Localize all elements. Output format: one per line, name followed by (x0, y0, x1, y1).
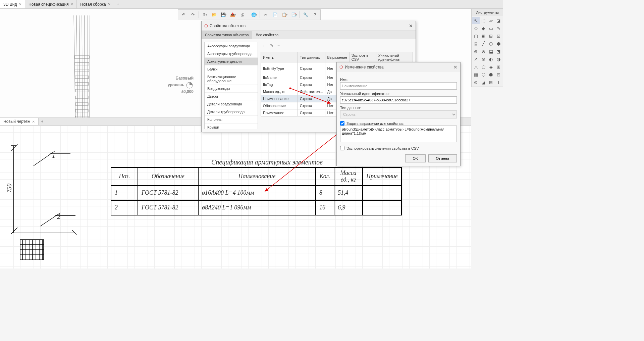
settings-button[interactable]: 🔧 (301, 11, 310, 19)
tool-10[interactable]: ▣ (480, 32, 487, 40)
cat-item[interactable]: Воздуховоды (205, 85, 258, 93)
close-icon[interactable]: × (19, 2, 21, 7)
line-tool[interactable]: ╱ (480, 40, 487, 47)
tool-25[interactable]: △ (472, 63, 480, 70)
tab-new-drawing[interactable]: Новый чертёж × (0, 118, 39, 125)
tab-new-spec[interactable]: Новая спецификация × (25, 0, 77, 8)
new-button[interactable]: 🗎▾ (200, 11, 209, 19)
col-type[interactable]: Тип данных (298, 52, 325, 63)
csv-checkbox[interactable] (340, 146, 344, 150)
add-tab-button[interactable]: + (114, 1, 122, 8)
tool-20[interactable]: ⬔ (495, 48, 502, 55)
ok-button[interactable]: ОК (405, 154, 426, 162)
cut-button[interactable]: ✂ (261, 11, 270, 19)
share-button[interactable]: 🌐▾ (250, 11, 258, 19)
col-expr[interactable]: Выражение (325, 52, 349, 63)
tool-22[interactable]: ⊙ (480, 55, 487, 63)
cell: 6,9 (334, 200, 363, 215)
text-tool[interactable]: T (495, 79, 502, 86)
expr-checkbox[interactable] (340, 121, 344, 126)
tool-11[interactable]: ⊞ (487, 32, 495, 40)
tool-15[interactable]: ⬡ (487, 40, 495, 47)
col-uid[interactable]: Уникальный идентификат (376, 52, 413, 63)
undo-button[interactable]: ↶ (179, 11, 188, 19)
cat-item[interactable]: Балки (205, 65, 258, 73)
box-tool[interactable]: ▱ (487, 17, 495, 24)
tool-21[interactable]: ↗ (472, 55, 480, 63)
close-icon[interactable]: × (108, 2, 111, 7)
tab-all-props[interactable]: Все свойства (252, 31, 282, 39)
export-button[interactable]: 📤▾ (228, 11, 237, 19)
dialog-edit-property: ⬡ Изменение свойства ✕ Имя: Уникальный и… (336, 62, 461, 166)
paste-button[interactable]: 📋▾ (280, 11, 289, 19)
cat-item[interactable]: Аксессуары воздуховода (205, 42, 258, 50)
copy-button[interactable]: 📄 (271, 11, 279, 19)
col-qty: Кол. (316, 167, 334, 186)
tab-3d-view[interactable]: 3D Вид × (0, 0, 25, 8)
col-name[interactable]: Имя ▲ (261, 52, 298, 63)
tool-7[interactable]: ▭ (487, 25, 495, 32)
pointer-tool[interactable]: ↖ (472, 17, 480, 24)
cat-item[interactable]: Аксессуары трубопровода (205, 50, 258, 58)
add-prop-button[interactable]: ＋ (262, 43, 266, 49)
close-icon[interactable]: ✕ (453, 64, 458, 70)
cat-item[interactable]: Крыши (205, 124, 258, 129)
cat-item[interactable]: Детали воздуховода (205, 100, 258, 108)
tool-29[interactable]: ▦ (472, 71, 480, 78)
close-icon[interactable]: × (32, 119, 35, 124)
cat-item[interactable]: Двери (205, 93, 258, 100)
print-button[interactable]: 🖨 (238, 11, 247, 19)
tab-type-props[interactable]: Свойства типов объектов (202, 31, 252, 39)
edit-prop-button[interactable]: ✎ (270, 43, 273, 49)
redo-button[interactable]: ↷ (189, 11, 197, 19)
cat-item[interactable]: Арматурные детали (205, 58, 258, 65)
tool-16[interactable]: ⬢ (495, 40, 502, 47)
help-button[interactable]: ? (311, 11, 319, 19)
save-button[interactable]: 💾▾ (219, 11, 228, 19)
col-csv[interactable]: Экспорт в CSV (349, 52, 376, 63)
cat-item[interactable]: Вентиляционное оборудование (205, 73, 258, 85)
add-tab-button[interactable]: + (39, 118, 46, 125)
tool-5[interactable]: ◇ (472, 25, 480, 32)
tool-8[interactable]: ✎ (495, 25, 502, 32)
close-icon[interactable]: × (71, 2, 73, 7)
tool-13[interactable]: ⌸ (472, 40, 480, 47)
tool-19[interactable]: ⬓ (487, 48, 495, 55)
level-value: ±0,000 (181, 89, 194, 94)
tool-32[interactable]: ⊡ (495, 71, 502, 78)
remove-prop-button[interactable]: − (277, 43, 280, 49)
cat-item[interactable]: Колонны (205, 116, 258, 124)
dialog-titlebar[interactable]: ⬡ Свойства объектов ✕ (202, 21, 416, 31)
select-tool[interactable]: ⬚ (480, 17, 487, 24)
tool-35[interactable]: ⊞ (487, 79, 495, 86)
tool-12[interactable]: ⊡ (495, 32, 502, 40)
category-list[interactable]: Аксессуары воздуховода Аксессуары трубоп… (204, 42, 258, 129)
type-select[interactable]: Строка (340, 110, 457, 118)
tool-33[interactable]: ⊘ (472, 79, 480, 86)
cat-item[interactable]: Детали трубопровода (205, 108, 258, 116)
uid-input[interactable] (340, 96, 457, 104)
tool-17[interactable]: ⊕ (472, 48, 480, 55)
eraser-tool[interactable]: ◪ (495, 17, 502, 24)
name-input[interactable] (340, 82, 457, 90)
tool-23[interactable]: ◐ (487, 55, 495, 63)
tool-6[interactable]: ◆ (480, 25, 487, 32)
cancel-button[interactable]: Отмена (428, 154, 457, 162)
tool-18[interactable]: ⊗ (480, 48, 487, 55)
tool-27[interactable]: ◈ (487, 63, 495, 70)
tool-34[interactable]: ◢ (480, 79, 487, 86)
expression-textarea[interactable]: ø{round(Диаметр)}{Класс арматуры} L={rou… (340, 126, 457, 142)
svg-rect-7 (74, 56, 89, 58)
close-icon[interactable]: ✕ (409, 23, 413, 29)
tab-new-assembly[interactable]: Новая сборка × (77, 0, 114, 8)
tool-30[interactable]: ⬡ (480, 71, 487, 78)
open-button[interactable]: 📂 (210, 11, 218, 19)
tool-31[interactable]: ⬢ (487, 71, 495, 78)
rebar-column-3d (70, 15, 97, 126)
tool-28[interactable]: ⊞ (495, 63, 502, 70)
copies-button[interactable]: 📑▾ (289, 11, 298, 19)
dialog-titlebar[interactable]: ⬡ Изменение свойства ✕ (337, 62, 460, 72)
tool-9[interactable]: ▢ (472, 32, 480, 40)
tool-24[interactable]: ◑ (495, 55, 502, 63)
tool-26[interactable]: ⬠ (480, 63, 487, 70)
